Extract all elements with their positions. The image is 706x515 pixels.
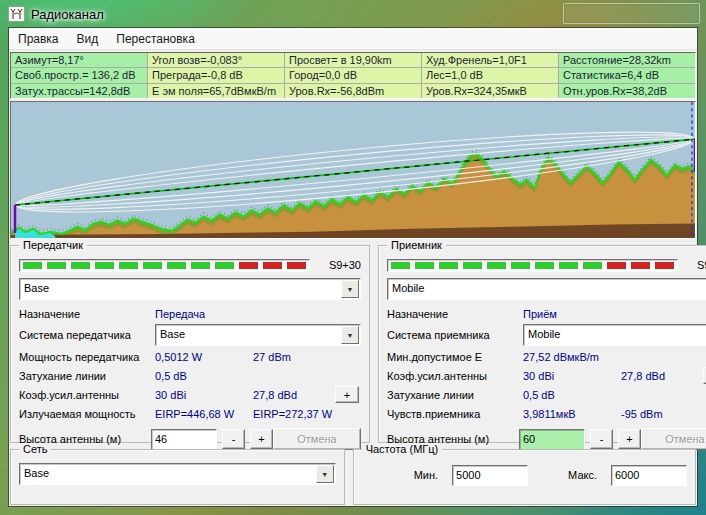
meter-segment — [143, 262, 162, 269]
rx-min-field-value: 27,52 dBмкВ/m — [523, 351, 621, 363]
freq-max-label: Макс. — [568, 469, 597, 481]
tx-gain-plus-button[interactable]: + — [335, 386, 359, 403]
meter-segment — [71, 262, 90, 269]
meter-segment — [47, 262, 66, 269]
tx-station-combo[interactable]: Base ▼ — [19, 278, 361, 300]
tx-cancel-button[interactable]: Отмена — [273, 428, 361, 450]
frequency-group: Частота (МГц) Мин. Макс. — [353, 449, 696, 505]
status-cell: Уров.Rx=-56,8dBm — [285, 84, 421, 98]
menu-bar: Правка Вид Перестановка — [9, 28, 697, 50]
rx-height-decrement-button[interactable]: - — [590, 429, 613, 449]
tx-line-loss-value: 0,5 dB — [155, 370, 253, 382]
tx-height-increment-button[interactable]: + — [250, 429, 273, 449]
tx-purpose-label: Назначение — [19, 308, 155, 320]
rx-height-increment-button[interactable]: + — [618, 429, 641, 449]
menu-edit[interactable]: Правка — [9, 29, 68, 49]
window-controls-area[interactable] — [563, 3, 700, 24]
meter-segment — [119, 262, 138, 269]
meter-segment — [23, 262, 42, 269]
meter-segment — [535, 262, 554, 269]
window-title: Радиоканал — [31, 7, 104, 22]
rx-sensitivity-label: Чувств.приемника — [387, 408, 523, 420]
rx-cancel-button[interactable]: Отмена — [641, 428, 706, 450]
receiver-group: Приемник S9+40 Mobile ▼ Назначение Приём… — [378, 245, 706, 443]
meter-segment — [511, 262, 530, 269]
meter-segment — [487, 262, 506, 269]
tx-erp-watts: EIRP=272,37 W — [253, 408, 335, 420]
meter-segment — [191, 262, 210, 269]
status-cell: Азимут=8,17° — [11, 53, 147, 67]
rx-signal-meter — [387, 259, 678, 272]
rx-line-loss-value: 0,5 dB — [523, 389, 621, 401]
meter-segment — [607, 262, 626, 269]
meter-segment — [215, 262, 234, 269]
client-area: Правка Вид Перестановка Азимут=8,17°Своб… — [9, 28, 697, 506]
title-bar[interactable]: Радиоканал — [0, 0, 706, 28]
status-cell: Затух.трассы=142,8dB — [11, 84, 147, 98]
rx-s-meter-value: S9+40 — [687, 259, 706, 271]
freq-min-label: Мин. — [414, 469, 438, 481]
chevron-down-icon[interactable]: ▼ — [341, 326, 359, 344]
tx-power-label: Мощность передатчика — [19, 351, 155, 363]
tx-purpose-value: Передача — [155, 308, 253, 320]
menu-view[interactable]: Вид — [68, 29, 108, 49]
status-cell: Преграда=-0,8 dB — [148, 68, 284, 82]
status-cell: Уров.Rx=324,35мкВ — [422, 84, 558, 98]
status-cell: Лес=1,0 dB — [422, 68, 558, 82]
terrain-profile-chart — [10, 101, 696, 239]
meter-segment — [655, 262, 674, 269]
meter-segment — [559, 262, 578, 269]
status-cell: Статистика=6,4 dB — [559, 68, 695, 82]
meter-segment — [239, 262, 258, 269]
tx-eirp-label: Излучаемая мощность — [19, 408, 155, 420]
menu-swap[interactable]: Перестановка — [107, 29, 204, 49]
meter-segment — [287, 262, 306, 269]
tx-eirp-watts: EIRP=446,68 W — [155, 408, 253, 420]
tx-gain-dbd: 27,8 dBd — [253, 389, 335, 401]
meter-segment — [391, 262, 410, 269]
meter-segment — [463, 262, 482, 269]
tx-gain-label: Коэф.усил.антенны — [19, 389, 155, 401]
meter-segment — [415, 262, 434, 269]
tx-power-dbm: 27 dBm — [253, 351, 335, 363]
rx-sensitivity-dbm: -95 dBm — [621, 408, 703, 420]
status-cell: Своб.простр.= 136,2 dB — [11, 68, 147, 82]
freq-min-input[interactable] — [452, 465, 528, 486]
transmitter-group: Передатчик S9+30 Base ▼ Назначение Перед… — [10, 245, 370, 443]
transmitter-group-label: Передатчик — [19, 239, 87, 251]
tx-antenna-height-input[interactable] — [151, 429, 217, 450]
tx-s-meter-value: S9+30 — [319, 259, 361, 271]
chevron-down-icon[interactable]: ▼ — [341, 280, 359, 298]
frequency-group-label: Частота (МГц) — [362, 443, 443, 455]
status-cell: Расстояние=28,32km — [559, 53, 695, 67]
app-window: Радиоканал Правка Вид Перестановка Азиму… — [0, 0, 706, 515]
tx-system-label: Система передатчика — [19, 329, 155, 341]
rx-line-loss-label: Затухание линии — [387, 389, 523, 401]
freq-max-input[interactable] — [611, 465, 687, 486]
meter-segment — [263, 262, 282, 269]
rx-station-combo[interactable]: Mobile ▼ — [387, 278, 706, 300]
tx-gain-dbi: 30 dBi — [155, 389, 253, 401]
rx-system-combo[interactable]: Mobile ▼ — [523, 324, 706, 346]
tx-height-decrement-button[interactable]: - — [222, 429, 245, 449]
meter-segment — [167, 262, 186, 269]
status-cell: Худ.Френель=1,0F1 — [422, 53, 558, 67]
rx-antenna-height-input[interactable] — [519, 429, 585, 450]
meter-segment — [631, 262, 650, 269]
chevron-down-icon[interactable]: ▼ — [316, 465, 334, 483]
status-cell: Е эм поля=65,7dBмкВ/m — [148, 84, 284, 98]
network-combo[interactable]: Base ▼ — [19, 463, 336, 485]
receiver-group-label: Приемник — [387, 239, 446, 251]
status-cell: Город=0,0 dB — [285, 68, 421, 82]
link-status-grid: Азимут=8,17°Своб.простр.= 136,2 dBЗатух.… — [10, 52, 696, 99]
meter-segment — [95, 262, 114, 269]
rx-gain-label: Коэф.усил.антенны — [387, 370, 523, 382]
meter-segment — [583, 262, 602, 269]
status-cell: Угол возв=-0,083° — [148, 53, 284, 67]
rx-system-label: Система приемника — [387, 329, 523, 341]
tx-power-watts: 0,5012 W — [155, 351, 253, 363]
rx-sensitivity-uv: 3,9811мкВ — [523, 408, 621, 420]
tx-system-combo[interactable]: Base ▼ — [155, 324, 361, 346]
network-group-label: Сеть — [19, 443, 51, 455]
rx-purpose-value: Приём — [523, 308, 621, 320]
